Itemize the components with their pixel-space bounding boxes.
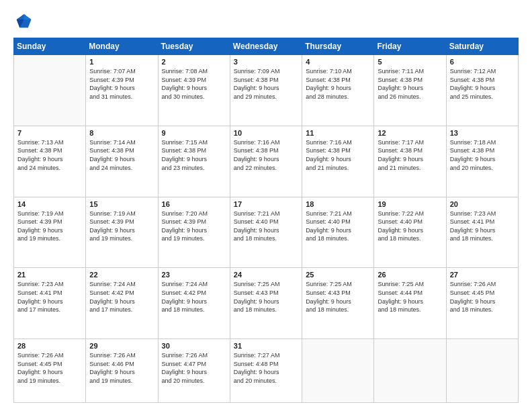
day-info: Sunrise: 7:15 AM Sunset: 4:38 PM Dayligh… — [162, 138, 226, 172]
calendar-cell — [302, 339, 374, 403]
day-number: 18 — [306, 200, 370, 208]
calendar-cell: 15Sunrise: 7:19 AM Sunset: 4:39 PM Dayli… — [86, 197, 158, 268]
calendar-cell: 5Sunrise: 7:11 AM Sunset: 4:38 PM Daylig… — [374, 55, 446, 126]
day-number: 3 — [234, 58, 298, 66]
day-info: Sunrise: 7:16 AM Sunset: 4:38 PM Dayligh… — [306, 138, 370, 172]
calendar-header-saturday: Saturday — [446, 38, 518, 55]
calendar-cell — [374, 339, 446, 403]
calendar-cell: 24Sunrise: 7:25 AM Sunset: 4:43 PM Dayli… — [230, 268, 302, 339]
day-info: Sunrise: 7:19 AM Sunset: 4:39 PM Dayligh… — [89, 210, 154, 243]
calendar-header-wednesday: Wednesday — [230, 38, 302, 55]
day-info: Sunrise: 7:08 AM Sunset: 4:39 PM Dayligh… — [162, 67, 226, 101]
calendar-cell: 7Sunrise: 7:13 AM Sunset: 4:38 PM Daylig… — [14, 126, 86, 197]
calendar-cell: 9Sunrise: 7:15 AM Sunset: 4:38 PM Daylig… — [158, 126, 230, 197]
day-info: Sunrise: 7:25 AM Sunset: 4:44 PM Dayligh… — [378, 280, 442, 314]
calendar-cell: 21Sunrise: 7:23 AM Sunset: 4:41 PM Dayli… — [14, 268, 86, 339]
calendar-header-monday: Monday — [86, 38, 158, 55]
day-info: Sunrise: 7:19 AM Sunset: 4:39 PM Dayligh… — [17, 210, 82, 243]
logo-icon — [13, 12, 32, 31]
day-info: Sunrise: 7:14 AM Sunset: 4:38 PM Dayligh… — [89, 138, 154, 172]
day-number: 26 — [378, 271, 442, 279]
day-number: 6 — [450, 58, 515, 66]
calendar-cell: 25Sunrise: 7:25 AM Sunset: 4:43 PM Dayli… — [302, 268, 374, 339]
calendar-cell — [14, 55, 86, 126]
day-info: Sunrise: 7:13 AM Sunset: 4:38 PM Dayligh… — [17, 138, 82, 172]
calendar-cell: 1Sunrise: 7:07 AM Sunset: 4:39 PM Daylig… — [86, 55, 158, 126]
day-number: 11 — [306, 129, 370, 137]
calendar-cell: 16Sunrise: 7:20 AM Sunset: 4:39 PM Dayli… — [158, 197, 230, 268]
day-number: 29 — [89, 342, 154, 350]
calendar-cell: 4Sunrise: 7:10 AM Sunset: 4:38 PM Daylig… — [302, 55, 374, 126]
day-number: 19 — [378, 200, 442, 208]
calendar-cell: 26Sunrise: 7:25 AM Sunset: 4:44 PM Dayli… — [374, 268, 446, 339]
calendar-week-row: 14Sunrise: 7:19 AM Sunset: 4:39 PM Dayli… — [14, 197, 519, 268]
day-number: 20 — [450, 200, 515, 208]
day-info: Sunrise: 7:25 AM Sunset: 4:43 PM Dayligh… — [306, 280, 370, 314]
calendar-cell: 12Sunrise: 7:17 AM Sunset: 4:38 PM Dayli… — [374, 126, 446, 197]
day-info: Sunrise: 7:22 AM Sunset: 4:40 PM Dayligh… — [378, 210, 442, 243]
calendar-cell: 8Sunrise: 7:14 AM Sunset: 4:38 PM Daylig… — [86, 126, 158, 197]
day-number: 13 — [450, 129, 515, 137]
day-number: 2 — [162, 58, 226, 66]
day-info: Sunrise: 7:16 AM Sunset: 4:38 PM Dayligh… — [234, 138, 298, 172]
day-number: 4 — [306, 58, 370, 66]
logo — [13, 12, 35, 31]
day-number: 7 — [17, 129, 82, 137]
day-number: 9 — [162, 129, 226, 137]
day-number: 10 — [234, 129, 298, 137]
page: SundayMondayTuesdayWednesdayThursdayFrid… — [0, 0, 532, 411]
calendar-cell: 27Sunrise: 7:26 AM Sunset: 4:45 PM Dayli… — [446, 268, 518, 339]
calendar-cell: 3Sunrise: 7:09 AM Sunset: 4:38 PM Daylig… — [230, 55, 302, 126]
day-number: 22 — [89, 271, 154, 279]
calendar-week-row: 1Sunrise: 7:07 AM Sunset: 4:39 PM Daylig… — [14, 55, 519, 126]
calendar-header-tuesday: Tuesday — [158, 38, 230, 55]
day-number: 8 — [89, 129, 154, 137]
calendar-cell: 22Sunrise: 7:24 AM Sunset: 4:42 PM Dayli… — [86, 268, 158, 339]
calendar-cell: 31Sunrise: 7:27 AM Sunset: 4:48 PM Dayli… — [230, 339, 302, 403]
calendar-week-row: 7Sunrise: 7:13 AM Sunset: 4:38 PM Daylig… — [14, 126, 519, 197]
day-number: 21 — [17, 271, 82, 279]
day-number: 24 — [234, 271, 298, 279]
day-info: Sunrise: 7:10 AM Sunset: 4:38 PM Dayligh… — [306, 67, 370, 101]
calendar-cell: 18Sunrise: 7:21 AM Sunset: 4:40 PM Dayli… — [302, 197, 374, 268]
day-number: 16 — [162, 200, 226, 208]
day-info: Sunrise: 7:25 AM Sunset: 4:43 PM Dayligh… — [234, 280, 298, 314]
day-info: Sunrise: 7:26 AM Sunset: 4:46 PM Dayligh… — [89, 351, 154, 385]
calendar-header-thursday: Thursday — [302, 38, 374, 55]
calendar-cell: 2Sunrise: 7:08 AM Sunset: 4:39 PM Daylig… — [158, 55, 230, 126]
day-info: Sunrise: 7:23 AM Sunset: 4:41 PM Dayligh… — [17, 280, 82, 314]
day-number: 27 — [450, 271, 515, 279]
day-info: Sunrise: 7:24 AM Sunset: 4:42 PM Dayligh… — [89, 280, 154, 314]
day-info: Sunrise: 7:12 AM Sunset: 4:38 PM Dayligh… — [450, 67, 515, 101]
day-number: 1 — [89, 58, 154, 66]
calendar-cell: 10Sunrise: 7:16 AM Sunset: 4:38 PM Dayli… — [230, 126, 302, 197]
day-info: Sunrise: 7:07 AM Sunset: 4:39 PM Dayligh… — [89, 67, 154, 101]
calendar-cell: 19Sunrise: 7:22 AM Sunset: 4:40 PM Dayli… — [374, 197, 446, 268]
calendar-week-row: 28Sunrise: 7:26 AM Sunset: 4:45 PM Dayli… — [14, 339, 519, 403]
calendar-cell: 20Sunrise: 7:23 AM Sunset: 4:41 PM Dayli… — [446, 197, 518, 268]
calendar-week-row: 21Sunrise: 7:23 AM Sunset: 4:41 PM Dayli… — [14, 268, 519, 339]
calendar-cell: 23Sunrise: 7:24 AM Sunset: 4:42 PM Dayli… — [158, 268, 230, 339]
day-info: Sunrise: 7:26 AM Sunset: 4:47 PM Dayligh… — [162, 351, 226, 385]
day-number: 12 — [378, 129, 442, 137]
calendar-cell: 30Sunrise: 7:26 AM Sunset: 4:47 PM Dayli… — [158, 339, 230, 403]
day-number: 17 — [234, 200, 298, 208]
calendar-cell: 13Sunrise: 7:18 AM Sunset: 4:38 PM Dayli… — [446, 126, 518, 197]
day-info: Sunrise: 7:27 AM Sunset: 4:48 PM Dayligh… — [234, 351, 298, 385]
calendar-cell: 17Sunrise: 7:21 AM Sunset: 4:40 PM Dayli… — [230, 197, 302, 268]
calendar-header-row: SundayMondayTuesdayWednesdayThursdayFrid… — [14, 38, 519, 55]
day-number: 30 — [162, 342, 226, 350]
day-number: 5 — [378, 58, 442, 66]
calendar-cell: 6Sunrise: 7:12 AM Sunset: 4:38 PM Daylig… — [446, 55, 518, 126]
day-info: Sunrise: 7:11 AM Sunset: 4:38 PM Dayligh… — [378, 67, 442, 101]
day-number: 25 — [306, 271, 370, 279]
day-number: 31 — [234, 342, 298, 350]
calendar-table: SundayMondayTuesdayWednesdayThursdayFrid… — [13, 38, 519, 403]
day-info: Sunrise: 7:21 AM Sunset: 4:40 PM Dayligh… — [234, 210, 298, 243]
calendar-cell: 14Sunrise: 7:19 AM Sunset: 4:39 PM Dayli… — [14, 197, 86, 268]
day-info: Sunrise: 7:26 AM Sunset: 4:45 PM Dayligh… — [17, 351, 82, 385]
day-number: 23 — [162, 271, 226, 279]
day-info: Sunrise: 7:26 AM Sunset: 4:45 PM Dayligh… — [450, 280, 515, 314]
header — [13, 12, 519, 31]
calendar-cell: 28Sunrise: 7:26 AM Sunset: 4:45 PM Dayli… — [14, 339, 86, 403]
